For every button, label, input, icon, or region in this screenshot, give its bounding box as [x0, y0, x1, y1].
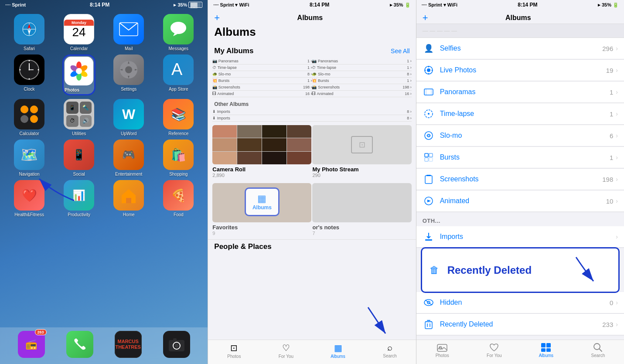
app-photos-label: Photos [65, 88, 79, 92]
timelapse-label: Time-lapse [440, 110, 610, 118]
album-favorites[interactable]: ▦ Albums Favorites 9 [212, 183, 311, 239]
list-row-slomo[interactable]: Slo-mo 6 › [416, 125, 624, 146]
app-reference[interactable]: 📚 Reference [155, 99, 201, 136]
carrier-2: ···· Sprint ▾ WiFi [213, 2, 249, 8]
screenshots-count: 198 [602, 176, 613, 183]
dock-movies[interactable]: MARCUSTHEATRES [115, 331, 142, 360]
svg-point-8 [170, 22, 186, 34]
selfies-icon: 👤 [423, 42, 435, 54]
app-utilities[interactable]: 📱 🔦 ⏱ 🔊 Utilities [56, 99, 102, 136]
blurred-text: — — — — — [423, 27, 457, 34]
album-other[interactable]: or's notes 7 [312, 183, 411, 239]
album-photo-stream[interactable]: ⊡ My Photo Stream 290 [312, 125, 411, 181]
app-entertainment-label: Entertainment [115, 172, 142, 177]
carrier-3: ···· Sprint ▾ WiFi [422, 2, 457, 8]
app-calendar[interactable]: Monday 24 Calendar [56, 14, 102, 51]
list-row-panoramas[interactable]: Panoramas 1 › [416, 82, 624, 103]
svg-rect-70 [541, 343, 546, 347]
tab-search-3[interactable]: Search [572, 343, 624, 361]
battery-1: ▸ 35% ▓▓▒ [174, 2, 202, 8]
app-home[interactable]: Home [106, 180, 152, 217]
foryou-tab-label-3: For You [487, 353, 501, 358]
list-row-timelapse[interactable]: Time-lapse 1 › [416, 103, 624, 125]
app-calendar-label: Calendar [70, 46, 88, 51]
app-clock[interactable]: Clock [6, 54, 52, 95]
svg-point-39 [427, 68, 430, 72]
status-bar-1: ···· Sprint 8:14 PM ▸ 35% ▓▓▒ [0, 0, 208, 10]
app-messages[interactable]: Messages [155, 14, 201, 51]
app-navigation[interactable]: 🗺️ Navigation [6, 139, 52, 177]
hidden-count: 0 [610, 299, 613, 306]
app-social[interactable]: 📱 Social [56, 139, 102, 177]
tab-foryou-2[interactable]: ♡ For You [260, 343, 312, 361]
other-albums-label: Other Albums [214, 101, 249, 107]
tab-albums-2[interactable]: ▦ Albums [312, 343, 364, 361]
panel-albums-detail: ···· Sprint ▾ WiFi 8:14 PM ▸ 35% 🔋 + Alb… [416, 0, 624, 364]
list-row-live-photos[interactable]: Live Photos 19 › [416, 60, 624, 81]
svg-point-40 [428, 66, 429, 68]
list-row-animated[interactable]: Animated 10 › [416, 191, 624, 212]
list-row-hidden[interactable]: Hidden 0 › [416, 292, 624, 313]
svg-line-60 [425, 300, 432, 305]
svg-point-15 [29, 78, 30, 80]
svg-point-27 [125, 66, 132, 73]
app-food[interactable]: 🍕 Food [155, 180, 201, 217]
list-row-recently-deleted[interactable]: Recently Deleted 233 › [416, 314, 624, 335]
timelapse-icon [423, 108, 435, 120]
app-upword[interactable]: W UpWord [106, 99, 152, 136]
tab-photos-3[interactable]: Photos [416, 343, 468, 361]
app-shopping[interactable]: 🛍️ Shopping [155, 139, 201, 177]
tab-albums-3[interactable]: Albums [520, 343, 572, 361]
tab-photos-2[interactable]: ⊡ Photos [208, 343, 260, 361]
app-mail[interactable]: Mail [106, 14, 152, 51]
screenshots-chevron: › [616, 176, 618, 183]
page-title-albums: Albums [214, 25, 256, 38]
list-row-screenshots[interactable]: Screenshots 198 › [416, 169, 624, 190]
my-albums-section: My Albums See All [208, 42, 416, 58]
app-settings[interactable]: Settings [106, 54, 152, 95]
bursts-icon [423, 151, 435, 163]
albums-tab-icon-3 [541, 343, 551, 352]
app-entertainment[interactable]: 🎮 Entertainment [106, 139, 152, 177]
list-row-selfies[interactable]: 👤 Selfies 296 › [416, 38, 624, 59]
app-appstore[interactable]: A App Store [155, 54, 201, 95]
list-row-imports[interactable]: Imports › [416, 226, 624, 248]
title-3: Albums [428, 14, 608, 22]
svg-rect-73 [546, 348, 551, 352]
dock-podcasts[interactable]: 📻 263 [18, 331, 45, 360]
app-health-label: Health&Fitness [14, 212, 44, 217]
tab-bar-2: ⊡ Photos ♡ For You ▦ Albums ⌕ Search [208, 340, 416, 364]
tab-foryou-3[interactable]: For You [468, 343, 520, 361]
time-1: 8:14 PM [90, 2, 109, 8]
albums-title: Albums [220, 14, 400, 22]
app-navigation-label: Navigation [19, 172, 39, 177]
hidden-label: Hidden [440, 299, 610, 306]
app-calculator[interactable]: Calculator [6, 99, 52, 136]
camera-roll-count: 2,890 [212, 173, 311, 178]
recently-deleted-highlight-container: 🗑 Recently Deleted 🗑 Recently Deleted 23… [416, 248, 624, 292]
album-camera-roll[interactable]: Camera Roll 2,890 [212, 125, 311, 181]
blurred-top: — — — — — [416, 24, 624, 38]
add-button-3[interactable]: + [423, 12, 428, 24]
list-row-bursts[interactable]: Bursts 1 › [416, 147, 624, 168]
app-grid: Safari Monday 24 Calendar Mail Messa [0, 10, 208, 221]
dock-phone[interactable] [66, 331, 93, 360]
app-home-label: Home [123, 212, 135, 217]
trash-icon [423, 318, 435, 330]
tab-search-2[interactable]: ⌕ Search [364, 343, 416, 361]
app-social-label: Social [73, 172, 85, 177]
animated-count: 10 [606, 197, 614, 205]
bursts-label: Bursts [440, 153, 610, 161]
other-count: 7 [312, 231, 411, 236]
app-health[interactable]: ❤️ Health&Fitness [6, 180, 52, 217]
app-safari[interactable]: Safari [6, 14, 52, 51]
panoramas-label: Panoramas [440, 88, 610, 96]
app-productivity[interactable]: 📊 Productivity [56, 180, 102, 217]
dock-camera[interactable] [163, 331, 190, 360]
see-all-button[interactable]: See All [391, 48, 410, 54]
app-photos[interactable]: Photos [56, 54, 102, 95]
add-album-button[interactable]: + [214, 12, 220, 24]
my-albums-label: My Albums [214, 47, 253, 55]
svg-rect-54 [429, 158, 433, 161]
other-section-label: Oth... [416, 212, 624, 226]
